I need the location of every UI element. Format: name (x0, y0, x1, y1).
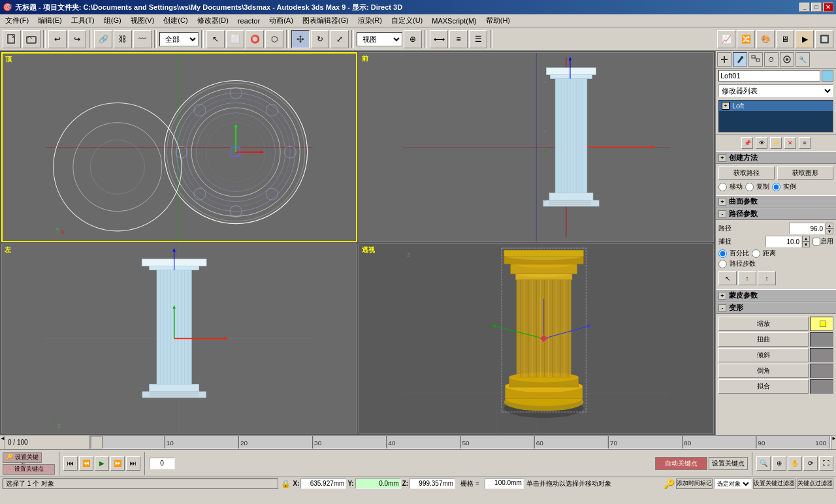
scale-deform-light[interactable] (810, 317, 833, 331)
render-last-button[interactable]: 🔲 (815, 30, 833, 48)
modify-panel-tab[interactable] (733, 52, 747, 67)
select-region-circle-button[interactable]: ⭕ (246, 30, 264, 48)
path-select-button[interactable]: ↖ (718, 271, 737, 285)
close-button[interactable]: ✕ (823, 3, 833, 12)
material-editor-button[interactable]: 🎨 (756, 30, 775, 48)
maximize-button[interactable]: □ (811, 3, 822, 12)
auto-key-button[interactable]: 自动关键点 (655, 457, 707, 470)
deform-section-header[interactable]: - 变形 (716, 302, 836, 314)
selection-filter-dropdown[interactable]: 全部 (159, 32, 199, 46)
path-params-section-header[interactable]: - 路径参数 (716, 208, 836, 220)
viewport-left[interactable]: 左 (1, 244, 357, 433)
twist-deform-button[interactable]: 扭曲 (718, 332, 809, 347)
create-method-section-header[interactable]: + 创建方法 (716, 151, 836, 164)
path-spin-down[interactable]: ▼ (826, 228, 833, 234)
menu-group[interactable]: 组(G) (100, 15, 125, 26)
play-button[interactable]: ▶ (95, 456, 109, 471)
teeter-deform-light[interactable] (810, 348, 833, 362)
teeter-deform-button[interactable]: 倾斜 (718, 348, 809, 362)
bevel-deform-button[interactable]: 倒角 (718, 364, 809, 378)
path-add-button[interactable]: ↑ (738, 271, 756, 285)
maximize-viewport-button[interactable]: ⛶ (819, 456, 833, 471)
snap-spin-up[interactable]: ▲ (802, 236, 810, 242)
zoom-button[interactable]: 🔍 (756, 456, 771, 471)
mirror-button[interactable]: ⟷ (430, 30, 448, 48)
viewport-front[interactable]: 前 (359, 52, 715, 242)
modifier-item-loft[interactable]: + Loft (719, 101, 833, 111)
bind-space-warp-button[interactable]: 〰 (133, 30, 152, 48)
track-nav-right[interactable]: ► (831, 435, 836, 441)
path-remove-button[interactable]: ↑ (758, 271, 776, 285)
z-coord-input[interactable] (410, 479, 455, 489)
object-name-input[interactable] (718, 70, 820, 82)
next-frame-button[interactable]: ⏩ (110, 456, 125, 471)
scale-deform-button[interactable]: 缩放 (718, 317, 809, 331)
open-file-button[interactable] (22, 30, 40, 48)
surface-params-section-header[interactable]: + 曲面参数 (716, 195, 836, 208)
configure-modifier-sets-button[interactable]: ≡ (799, 137, 811, 149)
key-filter-button[interactable]: 关键点过滤器 (797, 479, 833, 489)
arc-rotate-button[interactable]: ⟳ (803, 456, 818, 471)
viewport-top[interactable]: 顶 (1, 52, 357, 242)
set-keys-button[interactable]: 设置关键点 (3, 464, 55, 475)
menu-maxscript[interactable]: MAXScript(M) (428, 16, 480, 25)
menu-views[interactable]: 视图(V) (127, 15, 159, 26)
snap-value-input[interactable] (765, 236, 801, 247)
bevel-deform-light[interactable] (810, 364, 833, 378)
fit-deform-button[interactable]: 拟合 (718, 379, 809, 394)
object-color-box[interactable] (822, 70, 833, 82)
track-nav-left[interactable]: ◄ (0, 435, 5, 441)
pivot-center-button[interactable]: ⊕ (404, 30, 422, 48)
make-unique-button[interactable]: ⚡ (770, 137, 782, 149)
show-end-result-button[interactable]: 👁 (756, 137, 767, 149)
redo-button[interactable]: ↪ (68, 30, 86, 48)
go-to-end-button[interactable]: ⏭ (126, 456, 140, 471)
curve-editor-button[interactable]: 📈 (717, 30, 735, 48)
lock-selection-button[interactable]: 🔒 (281, 479, 290, 488)
get-path-button[interactable]: 获取路径 (718, 166, 775, 180)
menu-edit[interactable]: 编辑(E) (34, 15, 66, 26)
set-filter-button[interactable]: 设置关键过滤器 (753, 479, 796, 489)
x-coord-input[interactable] (300, 479, 346, 489)
path-value-input[interactable] (789, 223, 825, 234)
select-object-button[interactable]: ↖ (206, 30, 225, 48)
time-ruler[interactable]: 0 10 20 30 40 50 60 70 80 90 1 (90, 435, 831, 449)
path-steps-radio[interactable] (718, 260, 727, 268)
prev-frame-button[interactable]: ⏪ (79, 456, 93, 471)
select-region-fence-button[interactable]: ⬡ (265, 30, 283, 48)
y-coord-input[interactable] (355, 479, 401, 489)
modifier-list-dropdown[interactable]: 修改器列表 (718, 84, 833, 97)
copy-radio[interactable] (745, 183, 754, 191)
schematic-view-button[interactable]: 🔀 (737, 30, 755, 48)
path-spin-up[interactable]: ▲ (826, 223, 833, 228)
viewport-perspective[interactable]: 透视 (359, 244, 715, 433)
skin-params-section-header[interactable]: + 蒙皮参数 (716, 289, 836, 302)
menu-file[interactable]: 文件(F) (1, 15, 33, 26)
set-key-mode-button[interactable]: 设置关键点 (709, 457, 748, 470)
reference-coord-dropdown[interactable]: 视图 (357, 32, 402, 46)
minimize-button[interactable]: _ (799, 3, 810, 12)
unlink-button[interactable]: ⛓ (114, 30, 132, 48)
modifier-enable-checkbox[interactable]: + (722, 102, 730, 110)
fit-deform-light[interactable] (810, 379, 833, 394)
move-button[interactable] (291, 30, 310, 48)
utilities-panel-tab[interactable]: 🔧 (796, 52, 810, 67)
menu-animation[interactable]: 动画(A) (265, 15, 297, 26)
new-scene-button[interactable] (3, 30, 21, 48)
layer-manager-button[interactable]: ☰ (469, 30, 487, 48)
enable-snap-checkbox[interactable] (812, 238, 820, 245)
set-key-button[interactable]: 🔑 设置关键点 (3, 452, 42, 463)
menu-reactor[interactable]: reactor (234, 16, 264, 25)
menu-customize[interactable]: 自定义(U) (387, 15, 426, 26)
selected-obj-dropdown[interactable]: 选定对象 (714, 479, 752, 489)
menu-graph-editors[interactable]: 图表编辑器(G) (298, 15, 353, 26)
menu-rendering[interactable]: 渲染(R) (354, 15, 386, 26)
render-setup-button[interactable]: 🖥 (776, 30, 794, 48)
pan-button[interactable]: ✋ (788, 456, 802, 471)
go-to-start-button[interactable]: ⏮ (63, 456, 78, 471)
menu-tools[interactable]: 工具(T) (67, 15, 99, 26)
display-panel-tab[interactable] (780, 52, 794, 67)
motion-panel-tab[interactable]: ⏱ (764, 52, 779, 67)
remove-modifier-button[interactable]: ✕ (784, 137, 796, 149)
percent-radio[interactable] (718, 249, 727, 258)
